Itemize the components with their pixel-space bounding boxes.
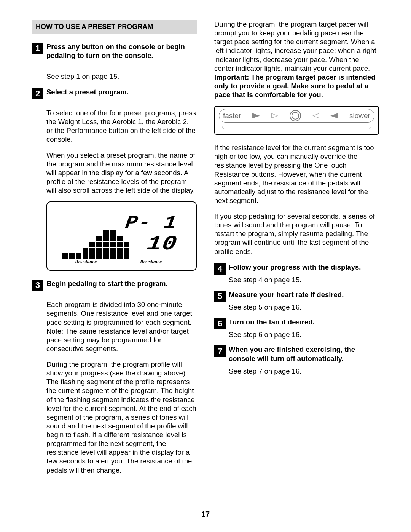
resistance-profile-bars: [61, 230, 129, 259]
console-display-figure: Resistance Resistance P- 1 10: [46, 201, 197, 271]
step-number-badge: 7: [214, 345, 226, 357]
step-number-badge: 6: [214, 318, 226, 329]
step-7-text: See step 7 on page 16.: [229, 367, 379, 375]
display-resistance-readout: 10: [145, 231, 180, 257]
pacer-center-indicator-icon: [290, 110, 301, 121]
pacer-faster-label: faster: [223, 111, 241, 120]
pacer-intro-text: During the program, the program target p…: [214, 20, 376, 72]
step-number-badge: 3: [32, 280, 43, 291]
pacer-intro-paragraph: During the program, the program target p…: [214, 20, 379, 99]
step-3-text-1: Each program is divided into 30 one-minu…: [32, 300, 197, 353]
step-number-badge: 4: [214, 263, 226, 275]
right-column: During the program, the program target p…: [214, 20, 379, 481]
pause-paragraph: If you stop pedaling for several seconds…: [214, 212, 379, 256]
step-5-text: See step 5 on page 16.: [229, 303, 379, 312]
arrow-right-outline-icon: [271, 113, 278, 118]
target-pacer-figure: faster slower: [214, 106, 379, 135]
resistance-label-left: Resistance: [75, 259, 97, 265]
step-2: 2 Select a preset program.: [32, 88, 197, 102]
pacer-intro-bold: Important: The program target pacer is i…: [214, 73, 376, 99]
step-4-heading: Follow your progress with the displays.: [229, 263, 379, 272]
arrow-right-solid-icon: [252, 113, 260, 118]
override-paragraph: If the resistance level for the current …: [214, 143, 379, 205]
step-6-text: See step 6 on page 16.: [229, 330, 379, 339]
step-7: 7 When you are finished exercising, the …: [214, 345, 379, 379]
step-1: 1 Press any button on the console or beg…: [32, 42, 197, 65]
step-6: 6 Turn on the fan if desired. See step 6…: [214, 318, 379, 343]
step-number-badge: 1: [32, 43, 43, 54]
pacer-underbar: [222, 124, 371, 129]
step-5-heading: Measure your heart rate if desired.: [229, 290, 379, 299]
step-4: 4 Follow your progress with the displays…: [214, 263, 379, 288]
step-1-text: See step 1 on page 15.: [32, 72, 197, 81]
left-column: HOW TO USE A PRESET PROGRAM 1 Press any …: [32, 20, 197, 481]
step-2-heading: Select a preset program.: [46, 88, 197, 96]
step-3-heading: Begin pedaling to start the program.: [46, 279, 197, 288]
arrow-left-outline-icon: [312, 113, 319, 118]
step-3: 3 Begin pedaling to start the program.: [32, 279, 197, 293]
section-title: HOW TO USE A PRESET PROGRAM: [32, 20, 197, 34]
page-columns: HOW TO USE A PRESET PROGRAM 1 Press any …: [32, 20, 379, 481]
step-2-text-1: To select one of the four preset program…: [32, 109, 197, 144]
step-6-heading: Turn on the fan if desired.: [229, 318, 379, 326]
pacer-slower-label: slower: [349, 111, 370, 120]
step-2-text-2: When you select a preset program, the na…: [32, 151, 197, 195]
step-7-heading: When you are finished exercising, the co…: [229, 345, 379, 363]
step-1-heading: Press any button on the console or begin…: [46, 42, 197, 60]
step-number-badge: 5: [214, 291, 226, 302]
step-5: 5 Measure your heart rate if desired. Se…: [214, 290, 379, 315]
step-number-badge: 2: [32, 88, 43, 99]
resistance-label-right: Resistance: [140, 259, 162, 265]
step-4-text: See step 4 on page 15.: [229, 275, 379, 284]
arrow-left-solid-icon: [330, 113, 338, 118]
step-3-text-2: During the program, the program profile …: [32, 360, 197, 474]
page-number: 17: [0, 510, 411, 519]
